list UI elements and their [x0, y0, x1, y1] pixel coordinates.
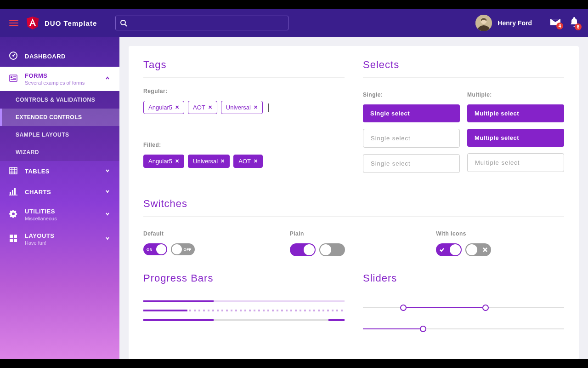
sidebar-item-sub: Miscellaneous: [25, 216, 57, 221]
tag[interactable]: AOT✕: [188, 101, 217, 114]
sidebar-item-label: UTILITIES: [25, 208, 57, 215]
tag-text: AOT: [238, 158, 251, 165]
select-button[interactable]: Single select: [363, 154, 460, 173]
switches-section-title: Switches: [143, 198, 564, 217]
tags-regular-label: Regular:: [143, 88, 345, 94]
tables-icon: [9, 167, 18, 176]
tag-text: Universal: [193, 158, 218, 165]
slider[interactable]: [363, 325, 564, 333]
progress-bar: [143, 319, 345, 321]
sidebar-item-sub: Several examples of forms: [25, 80, 85, 86]
sidebar-item-dashboard[interactable]: DASHBOARD: [0, 46, 119, 67]
selects-multiple-label: Multiple:: [467, 92, 564, 98]
svg-rect-26: [14, 235, 17, 238]
main-content: Tags Regular: Angular5✕AOT✕Universal✕ Fi…: [119, 37, 588, 368]
select-button[interactable]: Single select: [363, 104, 460, 122]
tags-section-title: Tags: [143, 59, 345, 78]
switches-icons-label: With Icons: [436, 230, 564, 237]
tags-filled-label: Filled:: [143, 142, 345, 148]
sidebar-item-utilities[interactable]: UTILITIESMiscellaneous: [0, 202, 119, 227]
sidebar-subitem[interactable]: WIZARD: [0, 144, 119, 161]
slider-handle[interactable]: [482, 305, 489, 311]
svg-rect-27: [10, 239, 13, 242]
selects-section-title: Selects: [363, 59, 564, 78]
sidebar-subitem[interactable]: SAMPLE LAYOUTS: [0, 126, 119, 144]
angular-logo-icon: [25, 16, 40, 30]
svg-line-10: [13, 54, 15, 56]
tag-text: Universal: [226, 104, 251, 111]
sidebar-item-forms[interactable]: FORMSSeveral examples of forms: [0, 67, 119, 91]
progress-bar: [143, 310, 345, 311]
layouts-icon: [9, 234, 18, 244]
tags-filled-list[interactable]: Angular5✕Universal✕AOT✕: [143, 155, 345, 168]
chevron-down-icon: [105, 189, 110, 196]
switch-plain-off[interactable]: [319, 243, 345, 256]
switches-plain-label: Plain: [290, 230, 418, 237]
slider-handle[interactable]: [420, 326, 426, 332]
tag-text: AOT: [193, 104, 205, 111]
svg-rect-21: [10, 192, 11, 195]
sidebar-subitem[interactable]: EXTENDED CONTROLS: [0, 109, 119, 126]
sidebar-item-label: FORMS: [25, 72, 85, 79]
tag-remove-icon[interactable]: ✕: [175, 104, 179, 110]
switch-plain-on[interactable]: [290, 243, 316, 256]
slider-handle[interactable]: [400, 305, 407, 311]
charts-icon: [9, 187, 18, 197]
tag[interactable]: AOT✕: [233, 155, 263, 168]
sidebar-item-tables[interactable]: TABLES: [0, 161, 119, 182]
tag-text: Angular5: [148, 104, 172, 111]
select-button[interactable]: Multiple select: [467, 129, 564, 147]
sidebar-item-label: TABLES: [25, 168, 50, 175]
mail-badge: 4: [556, 23, 563, 29]
tags-regular-list[interactable]: Angular5✕AOT✕Universal✕: [143, 101, 345, 114]
selects-single-label: Single:: [363, 92, 460, 98]
svg-rect-25: [10, 235, 13, 238]
svg-rect-28: [14, 239, 17, 242]
header: DUO Template Henry Ford 4 6: [0, 9, 588, 37]
close-icon: [482, 247, 488, 253]
sliders-section-title: Sliders: [363, 272, 564, 291]
bell-icon[interactable]: 6: [570, 17, 579, 29]
sidebar-item-sub: Have fun!: [25, 240, 54, 246]
tag-remove-icon[interactable]: ✕: [208, 104, 212, 110]
sidebar-item-label: CHARTS: [25, 189, 51, 196]
sidebar-item-label: LAYOUTS: [25, 232, 54, 239]
mail-icon[interactable]: 4: [550, 18, 560, 28]
user-profile[interactable]: Henry Ford: [475, 15, 541, 31]
switch-default-off[interactable]: OFF: [171, 243, 195, 255]
tag-remove-icon[interactable]: ✕: [254, 158, 258, 164]
tag-remove-icon[interactable]: ✕: [254, 104, 258, 110]
check-icon: [439, 247, 445, 253]
svg-point-12: [11, 77, 12, 78]
avatar: [475, 15, 492, 31]
hamburger-menu-icon[interactable]: [9, 18, 18, 28]
switch-default-on[interactable]: ON: [143, 243, 167, 255]
chevron-down-icon: [105, 168, 110, 175]
select-button[interactable]: Single select: [363, 129, 460, 148]
tag-text: Angular5: [148, 158, 172, 165]
app-title: DUO Template: [45, 19, 97, 27]
svg-rect-22: [12, 190, 13, 195]
tag-remove-icon[interactable]: ✕: [175, 158, 179, 164]
username: Henry Ford: [498, 19, 532, 27]
tag[interactable]: Angular5✕: [143, 155, 184, 168]
sidebar-item-layouts[interactable]: LAYOUTSHave fun!: [0, 227, 119, 251]
sidebar-item-label: DASHBOARD: [25, 53, 66, 60]
tag[interactable]: Universal✕: [188, 155, 230, 168]
chevron-up-icon: [105, 75, 110, 82]
tag-remove-icon[interactable]: ✕: [220, 158, 225, 164]
select-button[interactable]: Multiple select: [467, 153, 564, 172]
sidebar-item-charts[interactable]: CHARTS: [0, 182, 119, 202]
select-button[interactable]: Multiple select: [467, 104, 564, 122]
sidebar-subitem[interactable]: CONTROLS & VALIDATIONS: [0, 91, 119, 109]
switches-default-label: Default: [143, 230, 271, 237]
tag[interactable]: Angular5✕: [143, 101, 184, 114]
slider[interactable]: [363, 304, 564, 311]
chevron-down-icon: [105, 211, 110, 218]
svg-rect-16: [10, 167, 17, 174]
switch-icon-off[interactable]: [465, 243, 491, 256]
logo[interactable]: DUO Template: [25, 16, 97, 30]
search-input[interactable]: [115, 16, 288, 30]
switch-icon-on[interactable]: [436, 243, 462, 256]
tag[interactable]: Universal✕: [221, 101, 263, 114]
